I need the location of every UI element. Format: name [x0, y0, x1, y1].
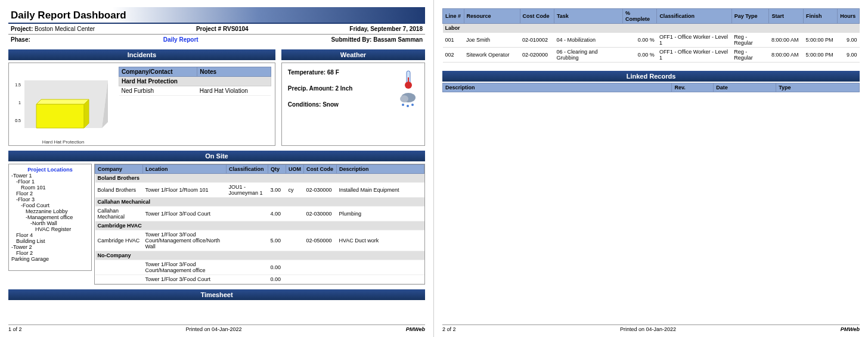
- table-row: 001Joe Smith02-01000204 - Mobilization0.…: [443, 33, 860, 48]
- report-page-1: Daily Report Dashboard Project: Boston M…: [0, 0, 434, 337]
- col-class: Classification: [227, 165, 268, 174]
- onsite-header: On Site: [8, 151, 425, 161]
- tree-title: Project Locations: [11, 167, 89, 173]
- tree-node[interactable]: Floor 2: [16, 250, 89, 256]
- ytick-0p5: 0.5: [15, 118, 21, 123]
- temp-value: 68 F: [327, 69, 339, 76]
- weather-panel: Temperature: 68 F Precip. Amount: 2 Inch…: [281, 63, 425, 146]
- ytick-1: 1: [18, 101, 21, 105]
- tree-node[interactable]: HVAC Register: [35, 226, 89, 232]
- onsite-table: Company Location Classification Qty UOM …: [95, 164, 424, 284]
- thermometer-icon: [398, 69, 418, 89]
- col-company: Company: [95, 165, 143, 174]
- table-row: Cambridge HVACTower 1/Floor 3/Food Court…: [95, 230, 424, 251]
- col-location: Location: [143, 165, 227, 174]
- linked-records-header: Linked Records: [442, 71, 860, 82]
- tree-node[interactable]: -Food Court: [21, 202, 89, 208]
- svg-point-12: [411, 104, 414, 106]
- precip-label: Precip. Amount:: [288, 85, 334, 92]
- table-row: Tower 1/Floor 3/Food Court/Management of…: [95, 260, 424, 275]
- page-number: 1 of 2: [8, 326, 22, 332]
- table-row: Boland BrothersTower 1/Floor 1/Room 101J…: [95, 183, 424, 198]
- brand-label: PMWeb: [841, 326, 860, 332]
- svg-point-11: [407, 105, 409, 107]
- inc-group: Hard Hat Protection: [119, 77, 271, 86]
- info-row-1: Project: Boston Medical Center Project #…: [8, 24, 425, 35]
- timesheet-table: Line # Resource Cost Code Task % Complet…: [442, 8, 860, 63]
- daily-report-link[interactable]: Daily Report: [163, 36, 199, 43]
- table-row: Ned Furbish Hard Hat Violation: [119, 86, 271, 96]
- col-uom: UOM: [286, 165, 304, 174]
- page-footer: 2 of 2 Printed on 04-Jan-2022 PMWeb: [442, 324, 860, 332]
- tree-node[interactable]: Building List: [16, 238, 89, 244]
- inc-col-notes: Notes: [197, 67, 271, 77]
- lr-col-type: Type: [776, 83, 860, 92]
- tree-node[interactable]: Mezzanine Lobby: [26, 208, 89, 214]
- group-row: No-Company: [95, 251, 424, 260]
- precip-value: 2 Inch: [336, 85, 353, 92]
- ts-col-cost: Cost Code: [520, 9, 554, 24]
- submitted-label: Submitted By:: [331, 36, 372, 43]
- ytick-1p5: 1.5: [15, 83, 21, 87]
- svg-point-10: [402, 104, 404, 106]
- svg-point-9: [400, 95, 408, 102]
- incidents-header: Incidents: [8, 49, 275, 60]
- group-row: Boland Brothers: [95, 174, 424, 183]
- timesheet-header: Timesheet: [8, 289, 425, 300]
- report-page-2: Line # Resource Cost Code Task % Complet…: [434, 0, 868, 337]
- info-row-2: Phase: Daily Report Submitted By: Bassam…: [8, 35, 425, 45]
- printed-date: Printed on 04-Jan-2022: [620, 326, 676, 332]
- ts-col-start: Start: [769, 9, 803, 24]
- cloud-rain-icon: [398, 91, 418, 108]
- ts-col-pay: Pay Type: [731, 9, 769, 24]
- tree-node[interactable]: -North Wall: [30, 220, 89, 226]
- svg-marker-3: [36, 99, 89, 104]
- phase-label: Phase:: [11, 36, 30, 43]
- project-num-value: RVS0104: [223, 26, 249, 32]
- linked-records-table: Description Rev. Date Type: [442, 83, 860, 92]
- incidents-table: Company/Contact Notes Hard Hat Protectio…: [119, 67, 271, 96]
- lr-col-date: Date: [714, 83, 776, 92]
- page-number: 2 of 2: [442, 326, 456, 332]
- tree-node[interactable]: -Tower 2: [11, 244, 89, 250]
- ts-group: Labor: [443, 24, 860, 33]
- dashboard-title: Daily Report Dashboard: [11, 10, 421, 21]
- group-row: Cambridge HVAC: [95, 221, 424, 230]
- ts-col-finish: Finish: [803, 9, 837, 24]
- lr-col-rev: Rev.: [672, 83, 714, 92]
- inc-col-company: Company/Contact: [119, 67, 197, 77]
- lr-col-desc: Description: [443, 83, 672, 92]
- tree-node[interactable]: Parking Garage: [11, 256, 89, 262]
- tree-node[interactable]: Room 101: [21, 185, 89, 191]
- cond-label: Conditions:: [288, 101, 321, 108]
- incidents-panel: 1.5 1 0.5 Hard Hat Protection: [8, 63, 275, 146]
- printed-date: Printed on 04-Jan-2022: [186, 326, 242, 332]
- svg-rect-7: [408, 77, 409, 85]
- svg-marker-2: [36, 104, 84, 128]
- project-locations-tree: Project Locations -Tower 1 -Floor 1 Room…: [8, 164, 92, 271]
- ts-col-resource: Resource: [464, 9, 520, 24]
- ts-col-line: Line #: [443, 9, 464, 24]
- tree-node[interactable]: -Management office: [26, 214, 89, 220]
- project-value: Boston Medical Center: [35, 26, 95, 32]
- group-row: Callahan Mechanical: [95, 198, 424, 207]
- ts-col-hours: Hours: [838, 9, 860, 24]
- tree-node[interactable]: -Floor 3: [16, 196, 89, 202]
- cond-value: Snow: [323, 101, 339, 108]
- table-row: Tower 1/Floor 3/Food Court0.00: [95, 275, 424, 284]
- tree-node[interactable]: Floor 4: [16, 232, 89, 238]
- project-num-label: Project #: [196, 26, 221, 32]
- tree-node[interactable]: -Floor 1: [16, 179, 89, 185]
- col-cost: Cost Code: [304, 165, 337, 174]
- tree-node[interactable]: Floor 2: [16, 191, 89, 196]
- col-desc: Description: [337, 165, 424, 174]
- incidents-chart: 1.5 1 0.5 Hard Hat Protection: [13, 67, 114, 142]
- weather-header: Weather: [281, 49, 425, 60]
- table-row: Callahan MechanicalTower 1/Floor 3/Food …: [95, 207, 424, 221]
- report-date: Friday, September 7, 2018: [349, 26, 423, 32]
- ts-col-task: Task: [554, 9, 623, 24]
- submitted-value: Bassam Samman: [373, 36, 423, 43]
- page-footer: 1 of 2 Printed on 04-Jan-2022 PMWeb: [8, 324, 425, 332]
- ts-col-pct: % Complete: [622, 9, 656, 24]
- tree-node[interactable]: -Tower 1: [11, 173, 89, 179]
